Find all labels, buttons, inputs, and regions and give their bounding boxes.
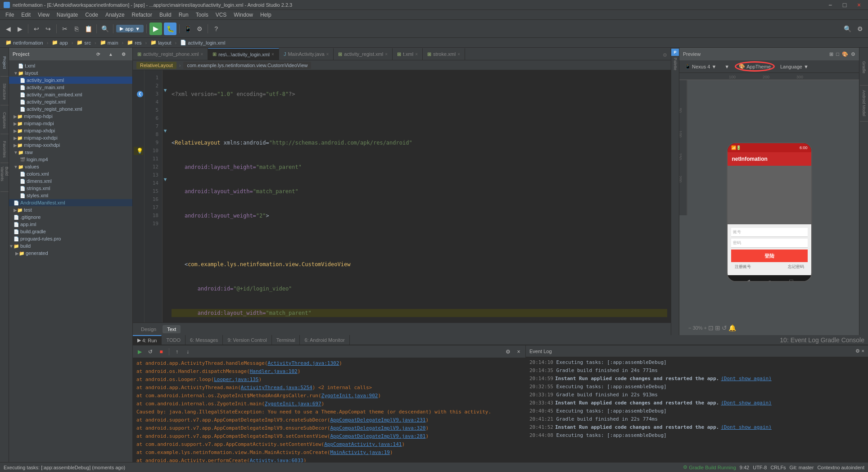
- breadcrumb-app[interactable]: 📁app: [50, 39, 69, 46]
- breadcrumb-layout[interactable]: 📁layout: [149, 39, 173, 46]
- avd-button[interactable]: 📱: [182, 23, 193, 34]
- breadcrumb-activity-login[interactable]: 📄activity_login.xml: [178, 39, 227, 46]
- code-editor[interactable]: C 💡: [133, 70, 671, 322]
- search-everywhere-button[interactable]: 🔍: [842, 23, 853, 34]
- collapse-all-button[interactable]: ▲: [105, 49, 116, 59]
- scroll-up[interactable]: ↑: [172, 347, 182, 357]
- menu-tools[interactable]: Tools: [192, 11, 212, 19]
- tab-mainactivity[interactable]: J MainActivity.java ×: [279, 48, 334, 60]
- menu-run[interactable]: Run: [175, 11, 192, 19]
- menu-navigate[interactable]: Navigate: [53, 11, 81, 19]
- palette-label[interactable]: Palette: [673, 58, 678, 70]
- breadcrumb-customvideoview[interactable]: com.example.lys.netinfomation.view.Custo…: [183, 62, 311, 69]
- tree-item-mipmap-xxhdpi[interactable]: ▶ 📁 mipmap-xxhdpi: [9, 134, 132, 141]
- cut-button[interactable]: ✂: [59, 23, 70, 34]
- play-button[interactable]: ▶: [135, 347, 145, 357]
- captures-tab[interactable]: Captures: [0, 107, 9, 134]
- tree-item-styles[interactable]: 📄 styles.xml: [9, 192, 132, 199]
- menu-analyze[interactable]: Analyze: [102, 11, 128, 19]
- preview-grid-button[interactable]: ⊞: [829, 51, 833, 57]
- api-selector[interactable]: ▼: [722, 63, 732, 70]
- tree-item-manifest[interactable]: 📄 AndroidManifest.xml: [9, 199, 132, 206]
- event-log-settings[interactable]: ⚙: [855, 348, 860, 354]
- editor-settings-button[interactable]: ⚙: [659, 50, 671, 60]
- tree-item-activity-regist[interactable]: 📄 activity_regist.xml: [9, 98, 132, 105]
- menu-edit[interactable]: Edit: [18, 11, 34, 19]
- tab-stroke[interactable]: ⊞ stroke.xml ×: [423, 48, 465, 60]
- notification-button[interactable]: 🔔: [728, 324, 736, 331]
- maximize-button[interactable]: □: [839, 0, 850, 10]
- tree-item-mipmap-xhdpi[interactable]: ▶ 📁 mipmap-xhdpi: [9, 127, 132, 134]
- version-control-tab[interactable]: 9: Version Control: [223, 335, 271, 345]
- sync-button[interactable]: ⟳: [93, 49, 104, 59]
- run-close-btn[interactable]: ×: [514, 347, 524, 357]
- favorites-tab[interactable]: Favorites: [0, 136, 9, 163]
- preview-settings-button[interactable]: ⚙: [851, 51, 855, 57]
- close-regist-phone[interactable]: ×: [201, 52, 203, 57]
- gradle-status[interactable]: ⚙ Gradle Build Running: [683, 464, 736, 470]
- tree-item-activity-main-embed[interactable]: 📄 activity_main_embed.xml: [9, 91, 132, 98]
- device-selector[interactable]: 📱 Nexus 4 ▼: [682, 63, 719, 70]
- zoom-in-button[interactable]: +: [704, 325, 706, 331]
- dont-show-again-3[interactable]: (Dont show again): [721, 424, 772, 431]
- help-button[interactable]: ?: [211, 23, 222, 34]
- gradle-console-tab[interactable]: Gradle Console: [821, 336, 864, 344]
- debug-button[interactable]: 🐛: [164, 23, 176, 35]
- close-login[interactable]: ×: [271, 52, 274, 57]
- tab-login[interactable]: ⊞ res\...\activity_login.xml ×: [208, 48, 279, 60]
- stop-button[interactable]: ■: [156, 347, 166, 357]
- project-tab[interactable]: Project: [0, 50, 9, 77]
- todo-tab[interactable]: TODO: [162, 335, 185, 345]
- tree-item-dimens[interactable]: 📄 dimens.xml: [9, 177, 132, 185]
- language-selector[interactable]: Language ▼: [778, 63, 811, 70]
- tree-item-login-mp4[interactable]: 🎬 login.mp4: [9, 156, 132, 163]
- tab-regist-phone[interactable]: ⊞ activity_regist_phone.xml ×: [133, 48, 208, 60]
- dont-show-again-2[interactable]: (Dont show again): [721, 399, 772, 407]
- copy-button[interactable]: ⎘: [71, 23, 82, 34]
- menu-build[interactable]: Build: [156, 11, 175, 19]
- tree-item-build[interactable]: ▼ 📁 build: [9, 242, 132, 250]
- tree-item-generated[interactable]: ▶ 📁 generated: [9, 250, 132, 257]
- run-settings-btn[interactable]: ⚙: [503, 347, 513, 357]
- tree-item-raw[interactable]: ▼ 📁 raw: [9, 149, 132, 156]
- tree-item-strings[interactable]: 📄 strings.xml: [9, 185, 132, 192]
- close-stroke[interactable]: ×: [457, 52, 460, 57]
- breadcrumb-main[interactable]: 📁main: [98, 39, 120, 46]
- code-content[interactable]: <?xml version="1.0" encoding="utf-8"?> <…: [168, 70, 671, 322]
- tree-item-mipmap-hdpi[interactable]: ▶ 📁 mipmap-hdpi: [9, 113, 132, 120]
- tree-item-proguard[interactable]: 📄 proguard-rules.pro: [9, 235, 132, 242]
- tree-item-activity-login[interactable]: 📄 activity_login.xml: [9, 77, 132, 84]
- breadcrumb-res[interactable]: 📁res: [125, 39, 143, 46]
- tree-item-mipmap-mdpi[interactable]: ▶ 📁 mipmap-mdpi: [9, 120, 132, 127]
- line-sep-display[interactable]: CRLFs: [770, 465, 786, 470]
- event-log-close[interactable]: ×: [862, 348, 864, 354]
- sdk-button[interactable]: ⚙: [194, 23, 205, 34]
- zoom-fit-button[interactable]: ⊡: [708, 324, 714, 331]
- menu-view[interactable]: View: [34, 11, 53, 19]
- tree-item-layout[interactable]: ▼ 📁 layout: [9, 69, 132, 77]
- scroll-down[interactable]: ↓: [183, 347, 193, 357]
- close-regist[interactable]: ×: [385, 52, 388, 57]
- tree-item-colors[interactable]: 📄 colors.xml: [9, 170, 132, 177]
- rerun-button[interactable]: ↺: [145, 347, 155, 357]
- run-button[interactable]: ▶: [149, 23, 162, 35]
- dont-show-again-1[interactable]: (Dont show again): [721, 375, 772, 382]
- back-button[interactable]: ◀: [3, 23, 14, 34]
- menu-code[interactable]: Code: [81, 11, 102, 19]
- forward-button[interactable]: ▶: [14, 23, 25, 34]
- settings-small-button[interactable]: ⚙: [118, 49, 129, 59]
- android-monitor-tab[interactable]: 6: Android Monitor: [300, 335, 349, 345]
- theme-selector[interactable]: 🎨 AppTheme: [735, 61, 775, 72]
- tree-item-values[interactable]: ▼ 📁 values: [9, 163, 132, 170]
- paste-button[interactable]: 📋: [83, 23, 94, 34]
- event-log-tab[interactable]: 10: Event Log: [780, 336, 818, 344]
- undo-button[interactable]: ↩: [31, 23, 42, 34]
- tree-item-txml[interactable]: 📄 t.xml: [9, 62, 132, 69]
- tab-regist[interactable]: ⊞ activity_regist.xml ×: [334, 48, 393, 60]
- messages-tab[interactable]: 6: Messages: [185, 335, 223, 345]
- minimize-button[interactable]: −: [825, 0, 836, 10]
- find-button[interactable]: 🔍: [99, 23, 110, 34]
- breadcrumb-src[interactable]: 📁src: [75, 39, 93, 46]
- breadcrumb-netinfomation[interactable]: 📁 netInfomation: [4, 39, 45, 46]
- encoding-display[interactable]: UTF-8: [753, 465, 767, 470]
